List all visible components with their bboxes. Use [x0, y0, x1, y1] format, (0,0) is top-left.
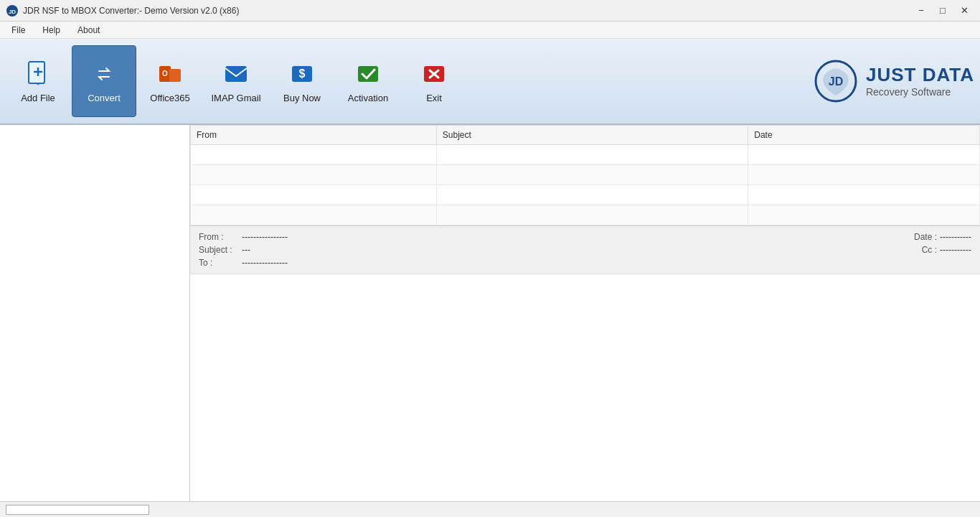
from-row: From : ---------------- [199, 230, 288, 243]
imap-gmail-button[interactable]: IMAP Gmail [204, 45, 268, 117]
menu-bar: File Help About [0, 22, 980, 39]
svg-text:JD: JD [9, 9, 16, 15]
title-bar-left: JD JDR NSF to MBOX Converter:- Demo Vers… [6, 4, 239, 17]
svg-text:+: + [37, 81, 40, 88]
email-body [190, 274, 980, 501]
table-row[interactable] [191, 205, 980, 225]
exit-label: Exit [426, 93, 442, 103]
svg-rect-10 [225, 66, 247, 82]
svg-text:JD: JD [829, 75, 843, 88]
menu-file[interactable]: File [3, 24, 34, 37]
logo-brand-name: JUST DATA [866, 64, 974, 86]
cell-subject [436, 205, 748, 225]
convert-icon [90, 60, 118, 88]
svg-rect-13 [358, 66, 378, 82]
office365-label: Office365 [150, 93, 189, 103]
logo-icon: JD [814, 60, 857, 103]
svg-rect-8 [169, 69, 181, 82]
cell-date [748, 205, 980, 225]
cell-subject [436, 165, 748, 185]
convert-button[interactable]: Convert [72, 45, 136, 117]
exit-button[interactable]: Exit [402, 45, 466, 117]
subject-label: Subject : [199, 245, 242, 255]
app-title: JDR NSF to MBOX Converter:- Demo Version… [23, 6, 239, 16]
subject-row: Subject : --- [199, 243, 288, 256]
cc-value: ----------- [940, 245, 971, 255]
col-date: Date [748, 126, 980, 145]
date-value: ----------- [940, 232, 971, 242]
activation-icon [354, 60, 382, 88]
add-file-icon: + [24, 60, 52, 88]
convert-label: Convert [88, 93, 121, 103]
table-row[interactable] [191, 185, 980, 205]
to-value: ---------------- [242, 258, 288, 268]
imap-gmail-label: IMAP Gmail [211, 93, 260, 103]
date-row: Date : ----------- [828, 230, 971, 243]
cell-from [191, 185, 437, 205]
cc-row: Cc : ----------- [828, 243, 971, 256]
logo-tagline: Recovery Software [866, 86, 974, 98]
svg-text:O: O [162, 70, 168, 78]
window-controls: − □ ✕ [911, 3, 974, 19]
to-row: To : ---------------- [199, 256, 288, 269]
cell-date [748, 185, 980, 205]
imap-gmail-icon [222, 60, 250, 88]
cell-date [748, 165, 980, 185]
left-panel [0, 125, 190, 501]
col-subject: Subject [436, 126, 748, 145]
from-value: ---------------- [242, 232, 288, 242]
table-row[interactable] [191, 145, 980, 165]
close-button[interactable]: ✕ [954, 3, 974, 19]
activation-label: Activation [348, 93, 388, 103]
menu-about[interactable]: About [69, 24, 108, 37]
buy-now-icon: $ [288, 60, 316, 88]
minimize-button[interactable]: − [911, 3, 931, 19]
email-preview: From : ---------------- Subject : --- To… [190, 225, 980, 501]
date-label: Date : [894, 232, 937, 242]
maximize-button[interactable]: □ [933, 3, 953, 19]
cell-from [191, 145, 437, 165]
main-content: From Subject Date [0, 125, 980, 501]
office365-icon: O [156, 60, 184, 88]
svg-text:$: $ [299, 67, 306, 80]
email-table: From Subject Date [190, 125, 980, 225]
activation-button[interactable]: Activation [336, 45, 400, 117]
cell-subject [436, 145, 748, 165]
cell-from [191, 165, 437, 185]
logo-area: JD JUST DATA Recovery Software [814, 60, 974, 103]
menu-help[interactable]: Help [34, 24, 69, 37]
exit-icon [420, 60, 448, 88]
toolbar: + Add File Convert O Office365 [0, 39, 980, 125]
add-file-button[interactable]: + Add File [6, 45, 70, 117]
subject-value: --- [242, 245, 250, 255]
col-from: From [191, 126, 437, 145]
cell-subject [436, 185, 748, 205]
status-bar [0, 501, 980, 517]
title-bar: JD JDR NSF to MBOX Converter:- Demo Vers… [0, 0, 980, 22]
cc-label: Cc : [894, 245, 937, 255]
buy-now-label: Buy Now [283, 93, 321, 103]
right-panel: From Subject Date [190, 125, 980, 501]
table-row[interactable] [191, 165, 980, 185]
from-label: From : [199, 232, 242, 242]
cell-from [191, 205, 437, 225]
cell-date [748, 145, 980, 165]
email-meta: From : ---------------- Subject : --- To… [190, 226, 980, 274]
app-logo-icon: JD [6, 4, 19, 17]
svg-point-6 [93, 63, 115, 85]
buy-now-button[interactable]: $ Buy Now [270, 45, 334, 117]
to-label: To : [199, 258, 242, 268]
add-file-label: Add File [21, 93, 55, 103]
logo-text: JUST DATA Recovery Software [866, 64, 974, 98]
office365-button[interactable]: O Office365 [138, 45, 202, 117]
progress-bar [6, 505, 149, 515]
